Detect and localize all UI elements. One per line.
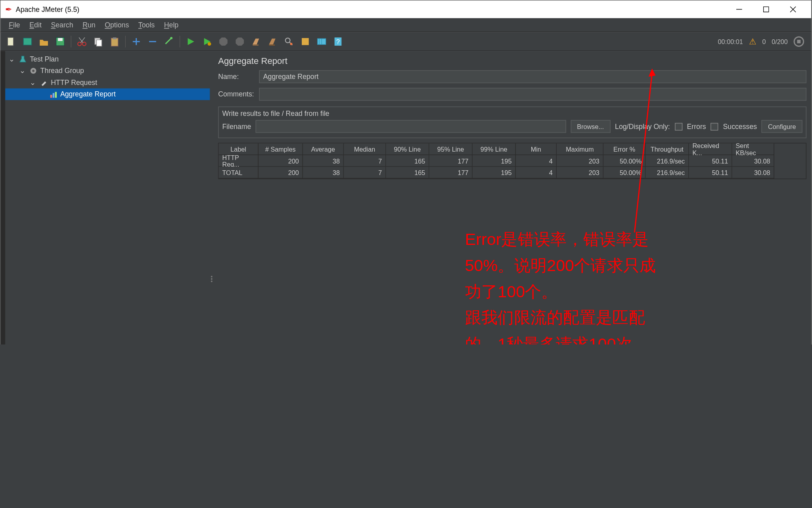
th-90[interactable]: 90% Line (386, 143, 429, 155)
panel-title: Aggregate Report (218, 54, 806, 70)
warning-count: 0 (762, 38, 766, 45)
th-95[interactable]: 95% Line (429, 143, 473, 155)
toggle-icon[interactable] (162, 34, 176, 48)
svg-rect-7 (58, 38, 63, 40)
clear-icon[interactable] (249, 34, 263, 48)
menu-help[interactable]: Help (159, 19, 183, 30)
tree-node-thread-group[interactable]: ⌄ Thread Group (5, 65, 210, 77)
chevron-down-icon[interactable]: ⌄ (29, 79, 37, 87)
start-no-pause-icon[interactable] (200, 34, 214, 48)
clear-all-icon[interactable] (266, 34, 280, 48)
elapsed-time: 00:00:01 (718, 38, 743, 45)
comments-input[interactable] (259, 88, 806, 100)
file-fieldset: Write results to file / Read from file F… (218, 106, 806, 138)
cut-icon[interactable] (75, 34, 89, 48)
test-plan-tree[interactable]: ⌄ Test Plan ⌄ Thread Group ⌄ HTTP Reques… (5, 51, 210, 344)
left-gutter (0, 51, 5, 344)
browse-button[interactable]: Browse... (571, 120, 610, 133)
open-icon[interactable] (37, 34, 51, 48)
tree-node-aggregate-report[interactable]: Aggregate Report (5, 89, 210, 100)
svg-point-19 (170, 37, 172, 39)
svg-rect-13 (96, 40, 102, 46)
th-throughput[interactable]: Throughput (645, 143, 689, 155)
table-row[interactable]: HTTP Req... 200 38 7 165 177 195 4 203 5… (219, 155, 806, 167)
titlebar: ✒ Apache JMeter (5.5) (0, 0, 811, 18)
paste-icon[interactable] (107, 34, 121, 48)
stop-icon[interactable] (216, 34, 230, 48)
main-panel: Aggregate Report Name: Comments: Write r… (213, 51, 811, 344)
maximize-button[interactable] (753, 0, 779, 18)
save-icon[interactable] (53, 34, 67, 48)
chevron-down-icon[interactable]: ⌄ (8, 55, 16, 64)
th-error[interactable]: Error % (603, 143, 645, 155)
annotation-text: Error是错误率，错误率是 50%。说明200个请求只成 功了100个。 跟我… (465, 227, 656, 344)
copy-icon[interactable] (91, 34, 105, 48)
comments-label: Comments: (218, 90, 259, 98)
minimize-button[interactable] (726, 0, 753, 18)
successes-label: Successes (723, 122, 757, 131)
th-max[interactable]: Maximum (557, 143, 603, 155)
th-samples[interactable]: # Samples (259, 143, 303, 155)
errors-label: Errors (687, 122, 706, 131)
new-icon[interactable] (4, 34, 18, 48)
th-received[interactable]: Received K... (689, 143, 732, 155)
th-median[interactable]: Median (344, 143, 386, 155)
tree-node-http-request[interactable]: ⌄ HTTP Request (5, 77, 210, 89)
results-table[interactable]: Label # Samples Average Median 90% Line … (218, 143, 806, 179)
toolbar-status: 00:00:01 ⚠ 0 0/200 (718, 36, 808, 47)
reset-search-icon[interactable] (298, 34, 312, 48)
app-window: ✒ Apache JMeter (5.5) File Edit Search R… (0, 0, 812, 344)
svg-point-25 (285, 38, 290, 42)
function-helper-icon[interactable] (315, 34, 329, 48)
close-button[interactable] (779, 0, 806, 18)
svg-rect-36 (50, 95, 52, 98)
filename-input[interactable] (256, 120, 566, 133)
menu-file[interactable]: File (4, 19, 25, 30)
menu-options[interactable]: Options (100, 19, 134, 30)
filename-label: Filename (222, 122, 251, 131)
svg-rect-37 (53, 93, 54, 98)
shutdown-icon[interactable] (233, 34, 247, 48)
start-icon[interactable] (184, 34, 197, 48)
th-99[interactable]: 99% Line (473, 143, 516, 155)
table-header: Label # Samples Average Median 90% Line … (219, 143, 806, 155)
window-title: Apache JMeter (5.5) (16, 5, 79, 13)
warning-icon[interactable]: ⚠ (749, 37, 756, 46)
successes-checkbox[interactable] (711, 123, 718, 130)
name-input[interactable] (259, 70, 806, 83)
tree-node-test-plan[interactable]: ⌄ Test Plan (5, 53, 210, 65)
splitter-handle[interactable]: ••• (210, 51, 214, 344)
expand-icon[interactable] (129, 34, 143, 48)
chevron-down-icon[interactable]: ⌄ (18, 67, 27, 75)
th-sent[interactable]: Sent KB/sec (732, 143, 774, 155)
thread-count: 0/200 (772, 38, 788, 45)
thread-indicator-icon (794, 36, 804, 47)
fieldset-legend: Write results to file / Read from file (222, 110, 802, 120)
pipette-icon (39, 78, 49, 87)
th-average[interactable]: Average (303, 143, 344, 155)
menu-search[interactable]: Search (46, 19, 78, 30)
errors-checkbox[interactable] (675, 123, 682, 130)
svg-rect-1 (764, 7, 769, 12)
svg-rect-15 (113, 37, 117, 39)
menu-run[interactable]: Run (78, 19, 100, 30)
search-icon[interactable] (282, 34, 296, 48)
toolbar: ? 00:00:01 ⚠ 0 0/200 (0, 32, 811, 51)
table-row[interactable]: TOTAL 200 38 7 165 177 195 4 203 50.00% … (219, 167, 806, 179)
svg-point-27 (290, 42, 293, 45)
svg-rect-24 (269, 44, 275, 45)
svg-text:?: ? (336, 38, 340, 45)
svg-marker-22 (236, 37, 244, 46)
svg-marker-21 (219, 37, 228, 46)
th-min[interactable]: Min (516, 143, 557, 155)
name-label: Name: (218, 73, 259, 81)
collapse-icon[interactable] (146, 34, 159, 48)
templates-icon[interactable] (21, 34, 34, 48)
menu-edit[interactable]: Edit (25, 19, 46, 30)
svg-rect-28 (302, 38, 309, 45)
app-icon: ✒ (5, 5, 12, 14)
chart-icon (48, 90, 58, 99)
menu-tools[interactable]: Tools (134, 19, 159, 30)
configure-button[interactable]: Configure (762, 120, 802, 133)
help-icon[interactable]: ? (331, 34, 345, 48)
